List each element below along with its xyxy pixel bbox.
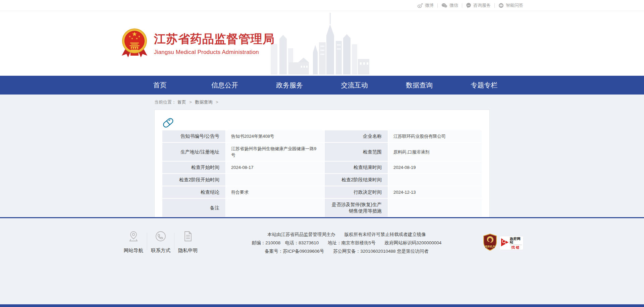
nav-item-home[interactable]: 首页 — [127, 76, 192, 95]
topbar-divider — [437, 3, 438, 8]
field-label: 检查范围 — [325, 143, 388, 161]
wechat-label: 微信 — [449, 2, 458, 8]
field-value: 2024-08-19 — [388, 162, 482, 173]
weibo-link[interactable]: 微博 — [417, 2, 434, 8]
svg-text:党政机关: 党政机关 — [485, 245, 495, 248]
footer-quick-links: 网站导航 联系方式 — [121, 230, 201, 254]
field-value — [226, 174, 324, 186]
table-row: 检查2阶段开始时间 检查2阶段结束时间 — [162, 174, 482, 186]
wechat-icon — [441, 3, 447, 8]
wechat-link[interactable]: 微信 — [441, 2, 458, 8]
table-row: 生产地址/注册地址 江苏省扬州市扬州生物健康产业园健康一路9号 检查范围 原料药… — [162, 143, 482, 161]
gov-site-badge-subtitle: 找错 — [512, 246, 521, 249]
nav-item-gov-services[interactable]: 政务服务 — [257, 76, 322, 95]
footer-link-sitemap[interactable]: 网站导航 — [121, 230, 146, 254]
footer-divider — [147, 233, 147, 250]
site-brand[interactable]: 江苏省药品监督管理局 Jiangsu Medical Products Admi… — [121, 27, 275, 60]
badge-divider — [510, 245, 522, 245]
bottom-accent-bar — [0, 304, 644, 307]
field-label: 告知书编号/公告号 — [162, 130, 225, 142]
footer-line-contact: 邮编：210008 电话：83273610 地址：南京市鼓楼街5号 政府网站标识… — [217, 239, 476, 247]
consult-service-label: 咨询服务 — [473, 2, 491, 8]
breadcrumb-separator: > — [216, 100, 218, 105]
footer-link-label: 隐私申明 — [175, 247, 201, 254]
field-value: 告知书2024年第408号 — [226, 130, 324, 142]
site-subtitle: Jiangsu Medical Products Administration — [154, 49, 275, 56]
table-row: 备注 是否涉及暂停(恢复)生产销售使用等措施 — [162, 199, 482, 217]
site-title: 江苏省药品监督管理局 — [154, 31, 275, 47]
field-label: 生产地址/注册地址 — [162, 143, 225, 161]
table-row: 检查结论 符合要求 行政决定时间 2024-12-13 — [162, 186, 482, 198]
field-value: 江苏省扬州市扬州生物健康产业园健康一路9号 — [226, 143, 324, 161]
nav-item-data-query[interactable]: 数据查询 — [387, 76, 451, 95]
footer-badges: 党政机关 政府网站 找错 — [483, 230, 523, 252]
smart-qa-link[interactable]: 智能问答 — [498, 2, 523, 8]
breadcrumb: 当前位置： 首页 > 数据查询 > — [154, 95, 490, 110]
field-label: 行政决定时间 — [325, 186, 388, 198]
field-value: 2024-08-17 — [226, 162, 324, 173]
smart-qa-label: 智能问答 — [506, 2, 523, 8]
sitemap-pin-icon — [127, 238, 140, 243]
nav-item-interaction[interactable]: 交流互动 — [322, 76, 387, 95]
breadcrumb-home-link[interactable]: 首页 — [177, 100, 186, 105]
cityscape-illustration — [270, 12, 374, 76]
breadcrumb-prefix: 当前位置： — [154, 100, 176, 105]
field-value — [388, 174, 482, 186]
field-label: 检查结束时间 — [325, 162, 388, 173]
footer-link-contact[interactable]: 联系方式 — [148, 230, 173, 254]
party-gov-shield-badge[interactable]: 党政机关 — [483, 234, 497, 252]
main-content-area: 当前位置： 首页 > 数据查询 > 告知书编号/公告号 告知书2024年第408… — [0, 95, 644, 218]
breadcrumb-data-query-link[interactable]: 数据查询 — [195, 100, 212, 105]
field-label: 企业名称 — [325, 130, 388, 142]
breadcrumb-separator: > — [189, 100, 192, 105]
topbar-divider — [462, 3, 462, 8]
table-row: 检查开始时间 2024-08-17 检查结束时间 2024-08-19 — [162, 162, 482, 173]
table-row: 告知书编号/公告号 告知书2024年第408号 企业名称 江苏联环药业股份有限公… — [162, 130, 482, 142]
footer-line-host: 本站由江苏省药品监督管理局主办 版权所有未经许可禁止转载或者建立镜像 — [217, 230, 476, 239]
nav-item-info-disclosure[interactable]: 信息公开 — [192, 76, 257, 95]
footer-line-icp: 备案号：苏ICP备09039606号 苏公网安备：32010602010488 … — [217, 247, 476, 255]
weibo-label: 微博 — [425, 2, 434, 8]
site-footer: 网站导航 联系方式 — [0, 218, 644, 304]
footer-divider — [174, 233, 174, 250]
pill-capsule-icon — [162, 116, 482, 128]
footer-link-label: 联系方式 — [148, 247, 173, 254]
field-label: 检查2阶段结束时间 — [325, 174, 388, 186]
footer-link-label: 网站导航 — [121, 247, 146, 254]
field-label: 检查结论 — [162, 186, 225, 198]
phone-icon — [155, 238, 167, 243]
consult-service-link[interactable]: 咨询服务 — [466, 2, 491, 8]
field-value — [226, 199, 324, 217]
field-label: 检查开始时间 — [162, 162, 225, 173]
main-navigation: 首页 信息公开 政务服务 交流互动 数据查询 专题专栏 — [0, 76, 644, 95]
find-error-magnifier-icon — [500, 238, 509, 248]
privacy-document-icon — [182, 238, 194, 243]
gov-site-find-error-badge[interactable]: 政府网站 找错 — [500, 236, 523, 250]
field-value — [388, 199, 482, 217]
field-value: 符合要求 — [226, 186, 324, 198]
inspection-detail-table: 告知书编号/公告号 告知书2024年第408号 企业名称 江苏联环药业股份有限公… — [162, 130, 482, 218]
gov-site-badge-title: 政府网站 — [510, 237, 522, 244]
qa-robot-icon — [498, 3, 504, 8]
national-emblem-logo — [121, 27, 148, 60]
field-value: 2024-12-13 — [388, 186, 482, 198]
field-value: 原料药,口服溶液剂 — [388, 143, 482, 161]
consult-icon — [466, 3, 471, 8]
footer-legal-text: 本站由江苏省药品监督管理局主办 版权所有未经许可禁止转载或者建立镜像 邮编：21… — [201, 230, 483, 255]
site-header: 江苏省药品监督管理局 Jiangsu Medical Products Admi… — [0, 11, 644, 76]
inspection-detail-card: 告知书编号/公告号 告知书2024年第408号 企业名称 江苏联环药业股份有限公… — [154, 110, 490, 218]
field-label: 检查2阶段开始时间 — [162, 174, 225, 186]
field-label: 是否涉及暂停(恢复)生产销售使用等措施 — [325, 199, 388, 217]
nav-item-special-topics[interactable]: 专题专栏 — [452, 76, 517, 95]
footer-link-privacy[interactable]: 隐私申明 — [175, 230, 201, 254]
field-label: 备注 — [162, 199, 225, 217]
weibo-icon — [417, 3, 423, 8]
topbar-divider — [494, 3, 495, 8]
top-utility-bar: 微博 微信 咨询服务 智能问答 — [0, 0, 644, 11]
field-value: 江苏联环药业股份有限公司 — [388, 130, 482, 142]
